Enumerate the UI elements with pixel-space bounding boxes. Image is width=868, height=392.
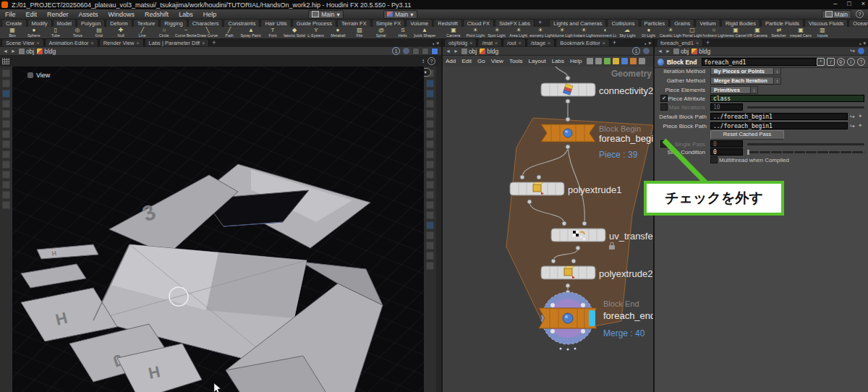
toolbar-icon[interactable] — [426, 90, 434, 98]
find-icon[interactable] — [639, 58, 645, 64]
node-chooser-icon[interactable]: ⌖ — [859, 122, 862, 129]
shelf-tool[interactable]: ╱ Path — [218, 27, 240, 38]
menu-item[interactable]: Edit — [21, 11, 43, 18]
pane-tab[interactable]: obj/bldg× — [444, 38, 477, 46]
shelf-tab[interactable]: Cloud FX — [463, 19, 494, 27]
toolbar-icon[interactable] — [426, 171, 434, 179]
breadcrumb-root[interactable]: obj — [19, 48, 34, 55]
edit-network-icon[interactable] — [621, 58, 628, 64]
shelf-tab[interactable]: Particle Fluids — [761, 19, 804, 27]
shelf-tool[interactable]: ▨ File — [349, 27, 370, 38]
toolbar-icon[interactable] — [426, 262, 434, 270]
piece-elements-dropdown[interactable]: Primitives ↕ — [710, 86, 758, 94]
desktop-selector[interactable]: Main ▾ — [383, 10, 417, 19]
back-icon[interactable]: ◄ — [658, 48, 663, 54]
shelf-tool[interactable]: ● GI Light — [638, 27, 660, 38]
shelf-tool[interactable]: ☁ Sky Light — [616, 27, 638, 38]
info-icon[interactable]: i — [847, 58, 855, 66]
close-tab-icon[interactable]: × — [137, 41, 140, 46]
shelf-tab[interactable]: Oceans — [848, 19, 868, 27]
pane-tab[interactable]: /mat× — [477, 38, 502, 46]
shelf-tab[interactable]: Grains — [670, 19, 694, 27]
close-tab-icon[interactable]: × — [495, 41, 498, 46]
toolbar-icon[interactable] — [426, 120, 434, 128]
node-shape-icon[interactable] — [595, 58, 602, 64]
viewport-3d-canvas[interactable]: 3 H H J H — [12, 67, 424, 392]
node-chooser-icon[interactable]: ⌖ — [859, 113, 862, 120]
toolbar-icon[interactable] — [2, 201, 10, 209]
toolbar-icon[interactable] — [426, 221, 434, 229]
shelf-tool[interactable]: ▥ Inputs — [812, 27, 833, 38]
shelf-tab[interactable]: Particles — [640, 19, 670, 27]
multithread-checkbox[interactable] — [710, 156, 718, 163]
single-pass-field[interactable]: 0 — [710, 140, 743, 148]
shelf-tool[interactable]: ~ Curve Bezier — [175, 27, 197, 38]
pane-tab[interactable]: Bookmark Editor× — [556, 38, 610, 46]
notes-icon[interactable] — [613, 58, 619, 64]
node-name-field[interactable]: foreach_end1 — [702, 58, 817, 66]
menu-item[interactable]: Redshift — [140, 11, 174, 18]
shelf-tool[interactable]: ✚ Null — [110, 27, 132, 38]
piece-block-path-field[interactable]: ../foreach_begin1 — [710, 122, 848, 129]
color-palette-icon[interactable] — [604, 58, 610, 64]
shelf-tool[interactable]: Y L-System — [305, 27, 327, 38]
pane-tab[interactable]: Animation Editor× — [45, 38, 98, 46]
pane-split-icon[interactable]: ▾ — [863, 41, 866, 46]
shelf-tool[interactable]: T Font — [262, 27, 284, 38]
close-tab-icon[interactable]: × — [469, 41, 472, 46]
shelf-tool[interactable]: ○ Ambient Light — [703, 27, 725, 38]
pane-split-icon[interactable]: ▾ — [436, 41, 439, 46]
pane-menu-icon[interactable]: ▪ — [644, 41, 646, 46]
shelf-tool[interactable]: ☀ Point Light — [464, 27, 486, 38]
help-icon[interactable]: ? — [856, 10, 864, 18]
toolbar-icon[interactable] — [2, 130, 10, 138]
toolbar-icon[interactable] — [426, 100, 434, 108]
menu-item[interactable]: Windows — [103, 11, 140, 18]
stop-condition-field[interactable]: 0 — [710, 148, 743, 155]
new-pane-tab-icon[interactable]: + — [704, 39, 712, 46]
camera-icon[interactable] — [422, 48, 429, 55]
snapshot-icon[interactable] — [412, 48, 420, 55]
gather-method-dropdown[interactable]: Merge Each Iteration ↕ — [710, 77, 781, 85]
menu-item[interactable]: Labs — [174, 11, 198, 18]
menu-item[interactable]: Render — [42, 11, 74, 18]
shelf-tool[interactable]: ▣ Camera — [443, 27, 464, 38]
breadcrumb-node[interactable]: bldg — [480, 48, 498, 55]
help-icon[interactable]: ? — [427, 57, 435, 65]
node-connectivity2[interactable]: connectivity2 — [541, 76, 653, 103]
back-icon[interactable]: ◄ — [3, 48, 8, 54]
network-menu-item[interactable]: Tools — [506, 58, 526, 64]
shelf-tab[interactable]: Lights and Cameras — [549, 19, 606, 27]
shelf-tool[interactable]: ☀ Geometry Light — [529, 27, 551, 38]
toolbar-icon[interactable] — [2, 150, 10, 158]
shelf-tool[interactable]: ▢ Portal Light — [681, 27, 703, 38]
close-button[interactable]: × — [861, 0, 865, 7]
network-canvas[interactable]: Geometry connectivity2 Block Begin forea… — [443, 67, 653, 392]
shelf-tab[interactable]: Deform — [106, 19, 132, 27]
breadcrumb-root[interactable]: obj — [461, 48, 477, 55]
shelf-tab[interactable]: Volume — [406, 19, 433, 27]
stack-icon[interactable] — [630, 58, 637, 64]
shelf-tab[interactable]: Guide Process — [292, 19, 336, 27]
toolbar-icon[interactable] — [2, 80, 10, 88]
shelf-tool[interactable]: ◆ Platonic Solids — [284, 27, 305, 38]
shelf-tab[interactable]: Polygon — [77, 19, 105, 27]
desktop-selector-right[interactable]: Main — [822, 10, 851, 19]
toolbar-icon[interactable] — [2, 191, 10, 199]
shelf-tool[interactable]: ☀ Volume Light — [551, 27, 573, 38]
toolbar-icon[interactable] — [2, 90, 10, 98]
max-iterations-field[interactable]: 10 — [710, 103, 743, 111]
pane-tab[interactable]: Render View× — [99, 38, 144, 46]
toolbar-icon[interactable] — [2, 181, 10, 189]
viewport-label[interactable]: View — [27, 72, 50, 79]
toolbar-icon[interactable] — [426, 80, 434, 88]
shelf-tool[interactable]: ● Metaball — [327, 27, 349, 38]
breadcrumb-node[interactable]: bldg — [692, 48, 710, 55]
shelf-tab[interactable]: Viscous Fluids — [804, 19, 848, 27]
new-pane-tab-icon[interactable]: + — [210, 39, 218, 46]
network-menu-item[interactable]: View — [488, 58, 506, 64]
toolbar-icon[interactable] — [426, 242, 434, 250]
toolbar-icon[interactable] — [2, 120, 10, 128]
toolbar-icon[interactable] — [426, 231, 434, 239]
toolbar-icon[interactable] — [426, 130, 434, 138]
